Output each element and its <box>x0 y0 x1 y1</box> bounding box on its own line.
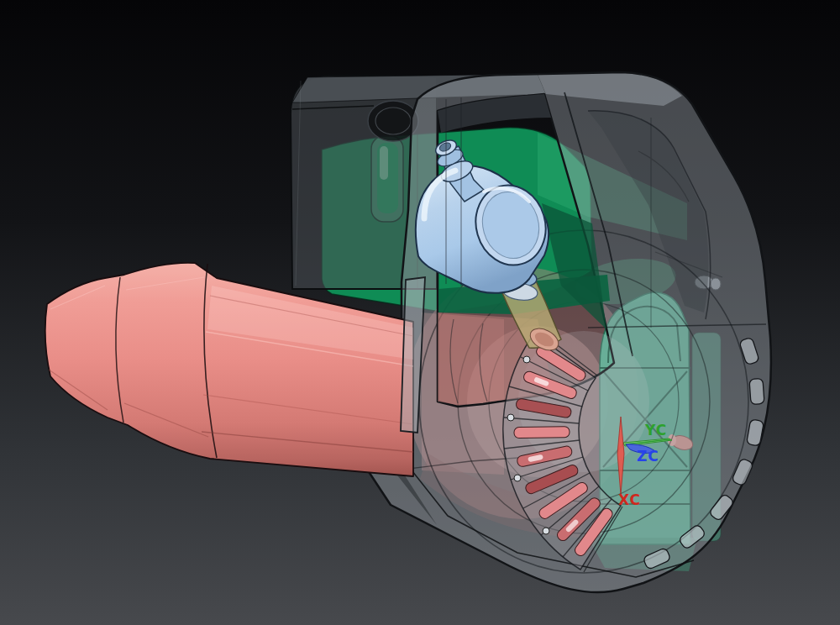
wcs-z-label: ZC <box>637 448 659 465</box>
model-canvas[interactable]: YC ZC XC <box>0 0 840 625</box>
cad-viewport[interactable]: YC ZC XC <box>0 0 840 625</box>
wcs-x-label: XC <box>618 491 641 508</box>
wcs-y-label: YC <box>644 422 667 439</box>
